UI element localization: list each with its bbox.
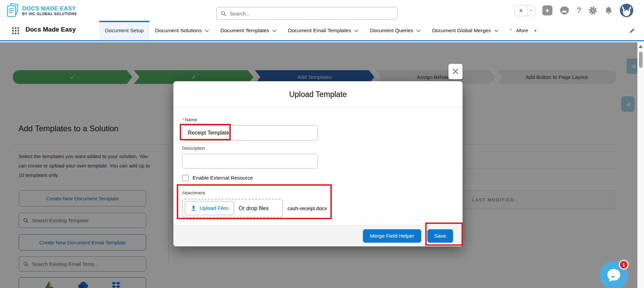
attachment-label: Attachment xyxy=(182,190,454,196)
header-actions: ★ ▼ + ? xyxy=(515,4,633,17)
modal-footer: Merge Field Helper Save xyxy=(173,225,463,246)
global-search-input[interactable] xyxy=(230,11,393,16)
file-dropzone[interactable]: Upload Files Or drop files xyxy=(182,199,283,218)
tab-document-queries[interactable]: Document Queries xyxy=(364,21,426,40)
user-avatar[interactable] xyxy=(620,4,633,17)
merge-field-helper-button[interactable]: Merge Field Helper xyxy=(363,229,421,243)
docs-logo-icon xyxy=(6,3,19,18)
vertical-scrollbar[interactable] xyxy=(637,42,644,288)
chat-launcher-button[interactable]: 1 xyxy=(600,261,628,288)
trailhead-icon[interactable] xyxy=(559,6,570,15)
scroll-up-arrow[interactable] xyxy=(639,45,643,48)
edit-pencil-icon[interactable] xyxy=(629,28,635,34)
save-button[interactable]: Save xyxy=(427,229,453,243)
required-asterisk: * xyxy=(182,117,184,122)
logo-subtitle: BY HIC GLOBAL SOLUTIONS xyxy=(22,12,77,16)
setup-gear-icon[interactable] xyxy=(588,6,597,15)
uploaded-file-name: cash-receipt.docx xyxy=(287,205,327,211)
close-icon: ✕ xyxy=(451,66,460,77)
app-launcher-waffle-icon[interactable] xyxy=(12,27,19,34)
modal-title: Upload Template xyxy=(289,90,347,99)
app-name: Docs Made Easy xyxy=(25,26,76,33)
description-label: Description xyxy=(182,146,454,151)
search-icon xyxy=(221,11,226,16)
global-header: DOCS MADE EASY BY HIC GLOBAL SOLUTIONS ★… xyxy=(0,0,644,21)
global-actions-add-button[interactable]: + xyxy=(542,5,552,15)
tab-document-global-merges[interactable]: Document Global Merges xyxy=(426,21,504,40)
tab-document-email-templates[interactable]: Document Email Templates xyxy=(282,21,364,40)
drop-files-text: Or drop files xyxy=(238,205,269,211)
chat-bubble-icon xyxy=(606,268,622,283)
attachment-row: Upload Files Or drop files cash-receipt.… xyxy=(182,199,454,218)
chat-notification-badge: 1 xyxy=(619,260,629,270)
description-input[interactable] xyxy=(182,154,318,169)
upload-template-modal: Upload Template *Name Description Enable… xyxy=(173,81,463,246)
page-content: ✓ ✓ Add Templates Assign Behavior Add Bu… xyxy=(0,42,644,288)
chevron-down-icon xyxy=(272,30,277,32)
chevron-down-icon xyxy=(205,30,209,32)
chevron-down-icon xyxy=(354,30,359,32)
tab-more[interactable]: * More ▼ xyxy=(504,21,543,40)
close-modal-button[interactable]: ✕ xyxy=(448,64,463,79)
help-icon[interactable]: ? xyxy=(577,6,581,15)
modal-body: *Name Description Enable External Resour… xyxy=(173,108,463,218)
upload-icon xyxy=(191,205,197,211)
more-asterisk: * xyxy=(510,28,512,33)
name-label: *Name xyxy=(182,117,454,123)
scrollbar-thumb[interactable] xyxy=(639,52,643,68)
nav-tabs: Document Setup Document Solutions Docume… xyxy=(99,21,543,40)
favorites-split-button[interactable]: ★ ▼ xyxy=(515,5,535,16)
tab-document-setup[interactable]: Document Setup xyxy=(99,21,149,40)
app-logo: DOCS MADE EASY BY HIC GLOBAL SOLUTIONS xyxy=(6,3,77,18)
name-input[interactable] xyxy=(182,125,318,141)
app-nav-bar: Docs Made Easy Document Setup Document S… xyxy=(0,21,644,41)
global-search[interactable] xyxy=(216,7,397,20)
upload-files-button[interactable]: Upload Files xyxy=(185,201,234,215)
modal-header: Upload Template xyxy=(173,81,463,108)
tab-document-solutions[interactable]: Document Solutions xyxy=(149,21,215,40)
notifications-bell-icon[interactable] xyxy=(604,6,613,15)
favorites-star-icon[interactable]: ★ xyxy=(515,5,527,16)
caret-down-icon: ▼ xyxy=(534,29,537,33)
favorites-caret-icon[interactable]: ▼ xyxy=(527,5,535,16)
enable-external-resource-label: Enable External Resource xyxy=(193,175,253,181)
chevron-down-icon xyxy=(494,30,498,32)
tab-document-templates[interactable]: Document Templates xyxy=(215,21,282,40)
logo-title: DOCS MADE EASY xyxy=(22,5,77,12)
enable-external-resource-row: Enable External Resource xyxy=(182,174,454,182)
enable-external-resource-checkbox[interactable] xyxy=(182,175,189,181)
chevron-down-icon xyxy=(416,30,421,32)
